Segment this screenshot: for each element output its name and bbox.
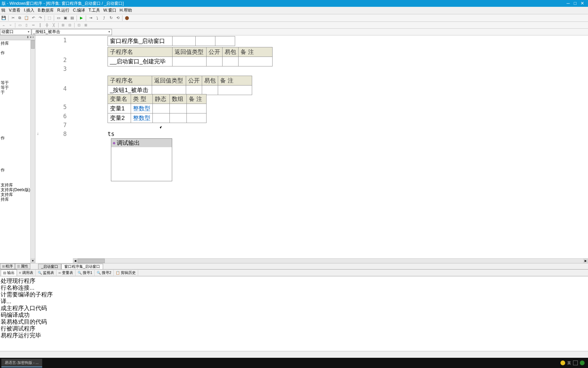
align4-icon[interactable]: ▯	[23, 22, 30, 28]
scroll-down-icon[interactable]: ▼	[31, 258, 35, 263]
tree-item[interactable]: 等于	[1, 80, 34, 85]
scrollbar-thumb[interactable]	[78, 259, 105, 263]
tree-item[interactable]: 作	[1, 136, 34, 140]
window3-icon[interactable]: ▤	[69, 15, 75, 21]
tab-properties[interactable]: ☰属性	[15, 263, 30, 269]
menu-edit[interactable]: 辑	[1, 7, 5, 13]
align2-icon[interactable]: ⫟	[7, 22, 14, 28]
undo-icon[interactable]: ↶	[30, 15, 36, 21]
code-line[interactable]: ts	[108, 131, 114, 137]
find-icon[interactable]: ⬚	[46, 15, 52, 21]
module-name[interactable]: 窗口程序集_启动窗口	[108, 36, 173, 46]
output-line: 行被调试程序	[1, 325, 587, 332]
tab-callstack[interactable]: ≡调用表	[17, 270, 36, 276]
close-icon[interactable]: ✕	[581, 0, 584, 7]
tab-clipboard[interactable]: 📋剪辑历史	[114, 270, 138, 276]
align9-icon[interactable]: ⊞	[60, 22, 66, 28]
sub-name[interactable]: _按钮1_被单击	[108, 86, 152, 95]
mouse-cursor-icon	[160, 126, 164, 132]
tree-item[interactable]: 支持库(Deelx版)	[1, 187, 34, 192]
tree-item[interactable]: 于	[1, 90, 34, 95]
variable-table: 变量名类 型静态数组备 注 变量1整数型 变量2整数型	[108, 94, 207, 123]
tab-output[interactable]: ▤输出	[1, 270, 17, 276]
panel-dropdown-icon[interactable]: ▾	[30, 35, 32, 40]
step4-icon[interactable]: ↻	[108, 15, 114, 21]
align7-icon[interactable]: ╬	[44, 22, 50, 28]
doc-tab[interactable]: _启动窗口	[38, 264, 61, 269]
autocomplete-popup[interactable]: ◆ 调试输出	[111, 138, 172, 181]
align10-icon[interactable]: ⊟	[67, 22, 73, 28]
cut-icon[interactable]: ✂	[10, 15, 16, 21]
align5-icon[interactable]: ═	[30, 22, 36, 28]
scrollbar-horizontal[interactable]: ◀ ▶	[73, 258, 588, 263]
tab-watch[interactable]: 🔍监视表	[36, 270, 56, 276]
autocomplete-item[interactable]: ◆ 调试输出	[111, 139, 172, 147]
paste-icon[interactable]: 📋	[23, 15, 30, 21]
col-header: 子程序名	[108, 76, 152, 86]
toolbar-main: 💾 ✂ ⧉ 📋 ↶ ↷ ⬚ ▭ ▣ ▤ ▶ ⇥ ⤵ ⤴ ↻ ⟲ ⬤	[0, 14, 588, 22]
chevron-down-icon: ▼	[27, 30, 30, 33]
var-name[interactable]: 变量1	[108, 104, 131, 113]
tab-program[interactable]: ⊞程序	[0, 263, 15, 269]
align1-icon[interactable]: ⫠	[1, 22, 7, 28]
minimize-icon[interactable]: ─	[567, 0, 570, 7]
panel-pin-icon[interactable]: ⬍	[26, 35, 30, 40]
tree-item[interactable]: 支持库	[1, 183, 34, 187]
tree-item[interactable]: 作	[1, 168, 34, 172]
output-panel: 处理现行程序 行名称连接... 计需要编译的子程序 译... 成主程序入口代码 …	[0, 276, 588, 351]
menu-tools[interactable]: T.工具	[88, 7, 100, 13]
tab-search1[interactable]: 🔍搜寻1	[76, 270, 95, 276]
align3-icon[interactable]: ▭	[17, 22, 23, 28]
sub-name[interactable]: __启动窗口_创建完毕	[108, 57, 173, 66]
var-name[interactable]: 变量2	[108, 113, 131, 123]
breakpoint-marker-icon[interactable]: ↓	[35, 131, 40, 136]
code-editor[interactable]: 1 2 3 4 5 6 7 8 ↓ 窗口程序集_启动窗口 子程序名返回值类型公开…	[35, 35, 588, 263]
tab-variables[interactable]: ∞变量表	[56, 270, 76, 276]
menu-insert[interactable]: I.插入	[24, 7, 34, 13]
tree-item[interactable]: 持库	[1, 197, 34, 202]
step2-icon[interactable]: ⤵	[94, 15, 100, 21]
redo-icon[interactable]: ↷	[37, 15, 43, 21]
step5-icon[interactable]: ⟲	[115, 15, 121, 21]
scroll-right-icon[interactable]: ▶	[583, 259, 588, 263]
breakpoint-icon[interactable]: ⬤	[124, 15, 130, 21]
maximize-icon[interactable]: □	[574, 0, 576, 7]
align6-icon[interactable]: ║	[37, 22, 43, 28]
combo-bar: 动窗口 ▼ _按钮1_被单击 ▼	[0, 29, 588, 35]
tree-item[interactable]: 等于	[1, 85, 34, 90]
align12-icon[interactable]: ⊠	[83, 22, 89, 28]
menu-view[interactable]: V.查看	[9, 7, 20, 13]
window1-icon[interactable]: ▭	[55, 15, 62, 21]
panel-close-icon[interactable]: ×	[32, 35, 34, 40]
align11-icon[interactable]: ⊡	[76, 22, 82, 28]
step1-icon[interactable]: ⇥	[87, 15, 94, 21]
window2-icon[interactable]: ▣	[62, 15, 68, 21]
var-icon: ∞	[59, 271, 61, 275]
menu-help[interactable]: H.帮助	[120, 7, 132, 13]
scroll-left-icon[interactable]: ◀	[73, 259, 78, 263]
align8-icon[interactable]: ╳	[51, 22, 57, 28]
combo-event[interactable]: _按钮1_被单击 ▼	[32, 29, 112, 35]
var-type[interactable]: 整数型	[131, 113, 153, 123]
menu-run[interactable]: R.运行	[57, 7, 69, 13]
menu-compile[interactable]: C.编译	[73, 7, 85, 13]
col-header: 备 注	[187, 94, 207, 104]
tree-item[interactable]: 支持库	[1, 192, 34, 197]
tab-search2[interactable]: 🔍搜寻2	[95, 270, 114, 276]
step3-icon[interactable]: ⤴	[101, 15, 107, 21]
doc-tab-active[interactable]: 窗口程序集_启动窗口	[61, 264, 103, 269]
search-icon: 🔍	[78, 271, 82, 275]
run-icon[interactable]: ▶	[78, 15, 84, 21]
var-type[interactable]: 整数型	[131, 104, 153, 113]
combo-object[interactable]: 动窗口 ▼	[0, 29, 31, 35]
scrollbar-vertical[interactable]: ▼	[30, 40, 35, 263]
menu-database[interactable]: B.数据库	[38, 7, 54, 13]
tree-item[interactable]: 作	[1, 50, 34, 55]
tree-item[interactable]: 持库	[1, 41, 34, 46]
menu-window[interactable]: W.窗口	[103, 7, 116, 13]
output-line: 装易格式目的代码	[1, 319, 587, 325]
support-lib-tree[interactable]: 持库 作 等于 等于 于 作 作 支持库 支持库(Deelx版) 支持库 持库	[0, 40, 35, 202]
copy-icon[interactable]: ⧉	[17, 15, 23, 21]
save-icon[interactable]: 💾	[1, 15, 7, 21]
scrollbar-thumb[interactable]	[31, 40, 35, 49]
